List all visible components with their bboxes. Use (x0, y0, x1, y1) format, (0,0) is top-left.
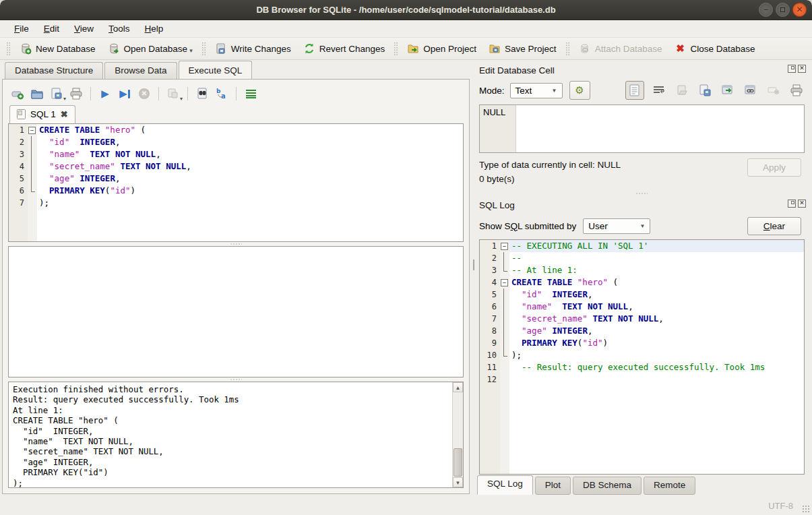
close-database-button[interactable]: ✖ Close Database (668, 40, 760, 57)
find-replace-icon[interactable]: ba (215, 87, 228, 100)
results-grid[interactable] (8, 246, 464, 377)
new-sql-tab-icon[interactable] (11, 87, 24, 100)
new-database-button[interactable]: New Database (14, 40, 101, 57)
open-database-caret-icon[interactable]: ▾ (189, 47, 193, 55)
menu-edit[interactable]: Edit (36, 21, 67, 36)
clear-log-button[interactable]: Clear (747, 217, 801, 235)
code-line[interactable]: 9 PRIMARY KEY("id") (480, 337, 804, 349)
code-line[interactable]: 6 PRIMARY KEY("id") (9, 185, 463, 197)
scrollbar[interactable]: ▲ ▼ (452, 382, 463, 487)
execution-message-pane[interactable]: Execution finished without errors. Resul… (8, 382, 464, 488)
find-icon[interactable] (195, 87, 209, 100)
toolbar-grip[interactable] (394, 42, 398, 55)
submitted-by-dropdown[interactable]: User ▼ (583, 218, 650, 234)
copy-link-icon[interactable] (743, 82, 759, 98)
open-database-button[interactable]: Open Database ▾ (102, 40, 198, 57)
splitter-handle[interactable] (8, 242, 464, 246)
import-cell-icon[interactable] (674, 82, 690, 98)
float-dock-icon[interactable] (788, 65, 796, 73)
open-sql-file-icon[interactable] (30, 87, 44, 100)
code-line[interactable]: 4CREATE TABLE "hero" ( (480, 276, 804, 289)
text-mode-icon[interactable] (625, 81, 644, 100)
print-cell-icon[interactable] (788, 82, 805, 98)
chevron-down-icon: ▼ (552, 88, 557, 94)
close-icon[interactable]: ✕ (792, 3, 807, 17)
execute-line-icon[interactable]: ▶ (118, 87, 131, 100)
execute-all-icon[interactable]: ▶ (98, 87, 112, 100)
open-project-button[interactable]: Open Project (402, 40, 482, 57)
code-line[interactable]: 4 "secret_name" TEXT NOT NULL, (9, 160, 463, 173)
toolbar-grip[interactable] (565, 42, 570, 55)
null-toggle-icon[interactable] (766, 82, 782, 98)
code-line[interactable]: 12 (480, 373, 804, 386)
code-line[interactable]: 7 "secret_name" TEXT NOT NULL, (480, 313, 804, 325)
maximize-icon[interactable] (776, 3, 790, 17)
scroll-down-icon[interactable]: ▼ (453, 477, 463, 487)
auto-apply-button[interactable]: ⚙ (569, 81, 590, 100)
tab-plot[interactable]: Plot (535, 477, 571, 495)
code-line[interactable]: 1CREATE TABLE "hero" ( (9, 124, 463, 136)
sql-log-viewer[interactable]: 1-- EXECUTING ALL IN 'SQL 1'2--3-- At li… (479, 239, 805, 475)
menu-tools[interactable]: Tools (101, 21, 137, 36)
toolbar-separator (236, 87, 237, 100)
cell-value-input[interactable] (516, 105, 804, 152)
tab-browse-data[interactable]: Browse Data (104, 62, 177, 79)
open-external-icon[interactable] (720, 82, 736, 98)
close-dock-icon[interactable]: ✕ (798, 200, 806, 208)
window-controls: − ✕ (759, 3, 807, 17)
toolbar-grip[interactable] (6, 42, 11, 55)
close-sql-tab-icon[interactable]: ✖ (61, 109, 68, 119)
code-line[interactable]: 3 "name" TEXT NOT NULL, (9, 148, 463, 160)
cell-value-editor[interactable]: NULL (479, 104, 805, 153)
print-sql-icon[interactable] (69, 87, 83, 100)
sql-1-tab[interactable]: SQL 1 ✖ (9, 105, 75, 123)
export-cell-icon[interactable] (697, 82, 713, 98)
cell-editor-toolbar (625, 81, 805, 100)
code-line[interactable]: 11 -- Result: query executed successfull… (480, 361, 804, 373)
save-project-icon (489, 42, 501, 55)
code-line[interactable]: 7); (9, 197, 463, 209)
float-dock-icon[interactable] (788, 200, 796, 208)
stop-execution-icon[interactable]: ✕ (137, 87, 151, 100)
export-results-icon[interactable]: ▾ (166, 87, 180, 100)
apply-button[interactable]: Apply (747, 158, 801, 177)
vertical-splitter[interactable] (472, 60, 475, 496)
revert-changes-button[interactable]: Revert Changes (298, 40, 391, 57)
code-line[interactable]: 1-- EXECUTING ALL IN 'SQL 1' (480, 240, 804, 252)
cell-info-row: Type of data currently in cell: NULL 0 b… (477, 153, 806, 189)
title-bar[interactable]: DB Browser for SQLite - /home/user/code/… (0, 0, 812, 20)
code-line[interactable]: 5 "id" INTEGER, (480, 289, 804, 301)
word-wrap-icon[interactable] (651, 82, 667, 98)
code-line[interactable]: 5 "age" INTEGER, (9, 173, 463, 185)
toolbar-grip[interactable] (201, 42, 206, 55)
close-dock-icon[interactable]: ✕ (798, 65, 806, 73)
tab-remote[interactable]: Remote (644, 477, 695, 495)
code-line[interactable]: 8 "age" INTEGER, (480, 325, 804, 337)
minimize-icon[interactable]: − (759, 3, 773, 17)
code-line[interactable]: 2-- (480, 252, 804, 264)
resize-grip[interactable] (802, 505, 810, 513)
tab-database-structure[interactable]: Database Structure (5, 62, 103, 79)
menu-file[interactable]: File (7, 21, 36, 36)
format-sql-icon[interactable] (244, 87, 257, 100)
dock-splitter[interactable] (477, 189, 806, 198)
export-results-caret-icon[interactable]: ▾ (180, 96, 183, 102)
menu-view[interactable]: View (67, 21, 101, 36)
tab-db-schema[interactable]: DB Schema (573, 477, 642, 495)
tab-execute-sql[interactable]: Execute SQL (179, 61, 253, 79)
save-project-button[interactable]: Save Project (483, 40, 562, 57)
code-line[interactable]: 6 "name" TEXT NOT NULL, (480, 301, 804, 313)
attach-database-button[interactable]: Attach Database (573, 40, 668, 57)
scrollbar-thumb[interactable] (454, 448, 462, 477)
code-line[interactable]: 10); (480, 349, 804, 361)
code-line[interactable]: 2 "id" INTEGER, (9, 136, 463, 148)
sql-editor[interactable]: 1CREATE TABLE "hero" (2 "id" INTEGER,3 "… (8, 123, 464, 242)
tab-sql-log[interactable]: SQL Log (477, 475, 533, 495)
scroll-up-icon[interactable]: ▲ (453, 382, 463, 392)
mode-dropdown[interactable]: Text ▼ (510, 83, 563, 98)
save-sql-caret-icon[interactable]: ▾ (63, 96, 66, 102)
save-sql-file-icon[interactable]: ▾ (50, 87, 63, 100)
code-line[interactable]: 3-- At line 1: (480, 264, 804, 276)
menu-help[interactable]: Help (137, 21, 171, 36)
write-changes-button[interactable]: Write Changes (210, 40, 296, 57)
